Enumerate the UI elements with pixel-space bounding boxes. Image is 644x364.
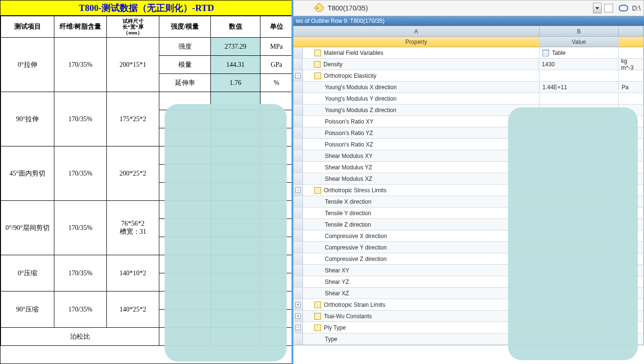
property-label: Poisson's Ratio XY — [303, 116, 540, 127]
property-icon — [314, 302, 321, 308]
property-value-cell[interactable] — [540, 70, 619, 81]
sheet-title: T800-测试数据（无正则化）-RTD — [0, 0, 292, 16]
property-value-cell[interactable]: 1.44E+11 — [540, 82, 619, 93]
col-header-value: Value — [540, 37, 619, 47]
property-label: Tsai-Wu Constants — [303, 311, 540, 322]
property-unit-cell: Pa — [619, 82, 644, 93]
row-gutter: − — [293, 185, 303, 196]
property-label: Shear Modulus XY — [303, 150, 540, 161]
property-label: Tensile Z direction — [303, 219, 540, 230]
col-letter-c — [619, 26, 644, 36]
expander-icon[interactable]: − — [295, 187, 301, 193]
hdr-size: 试样尺寸 长*宽*厚 （mm） — [107, 16, 159, 38]
hdr-unit: 单位 — [260, 16, 293, 38]
specimen-size: 200*15*1 — [107, 38, 159, 92]
property-value[interactable]: 144.31 — [211, 56, 260, 74]
property-label: Density — [302, 59, 539, 70]
row-gutter: − — [293, 70, 303, 81]
redaction-overlay-left — [165, 104, 287, 362]
property-label: Compressive Y direction — [303, 242, 540, 253]
row-gutter — [293, 253, 303, 264]
property-row[interactable]: Young's Modulus X direction1.44E+11Pa — [293, 82, 644, 93]
row-gutter — [293, 93, 303, 104]
property-label: Compressive X direction — [303, 230, 540, 241]
row-gutter — [293, 242, 303, 253]
property-label: Compressive Z direction — [303, 253, 540, 264]
col-letter-a: A — [293, 26, 540, 36]
property-value-cell[interactable] — [540, 93, 619, 104]
hdr-size-top: 试样尺寸 — [108, 18, 158, 24]
row-gutter — [293, 288, 303, 299]
test-name: 0°拉伸 — [1, 38, 54, 92]
col-header-property: Property — [293, 37, 540, 47]
row-gutter: + — [293, 299, 303, 310]
property-value-cell[interactable]: Table — [540, 47, 619, 58]
property-unit-cell — [619, 47, 644, 58]
property-label: Orthotropic Elasticity — [303, 70, 540, 81]
material-dropdown-button[interactable] — [593, 3, 602, 13]
property-label: Young's Modulus Y direction — [303, 93, 540, 104]
row-gutter — [293, 82, 303, 93]
property-label: Ply Type — [303, 322, 540, 333]
property-name: 延伸率 — [159, 74, 211, 92]
grid-column-headers: Property Value — [293, 37, 644, 47]
property-icon — [314, 324, 321, 331]
source-path: D:\ — [632, 4, 641, 12]
pane-splitter[interactable] — [291, 0, 293, 364]
test-name: 0°压缩 — [1, 255, 54, 291]
property-row[interactable]: −Orthotropic Elasticity — [293, 70, 644, 82]
property-unit-cell: kg m^-3 — [618, 59, 644, 70]
row-gutter — [293, 127, 303, 138]
property-value-cell[interactable]: 1430 — [539, 59, 618, 70]
property-icon — [314, 61, 321, 68]
link-icon — [619, 5, 628, 11]
property-unit: % — [260, 74, 293, 92]
properties-panel-title: ies of Outline Row 9: T800(170/35) — [293, 16, 644, 26]
property-label: Shear Modulus YZ — [303, 162, 540, 173]
row-gutter — [293, 150, 303, 161]
row-gutter: + — [293, 311, 303, 322]
property-label: Type — [303, 333, 540, 344]
property-label: Shear XY — [303, 265, 540, 276]
material-name[interactable]: T800(170/35) — [326, 3, 590, 13]
row-gutter — [293, 173, 303, 184]
property-unit-cell — [619, 93, 644, 104]
expander-icon[interactable]: − — [295, 73, 301, 78]
table-icon — [542, 50, 549, 56]
property-row[interactable]: Material Field VariablesTable — [293, 47, 644, 59]
property-row[interactable]: Young's Modulus Y direction — [293, 93, 644, 104]
property-icon — [314, 73, 321, 79]
hdr-size-mid: 长*宽*厚 — [108, 24, 158, 30]
property-unit-cell — [619, 70, 644, 81]
fiber-resin: 170/35% — [54, 291, 107, 328]
specimen-size: 200*25*2 — [107, 146, 159, 201]
property-label: Young's Modulus X direction — [303, 82, 540, 93]
property-label: Material Field Variables — [303, 47, 540, 58]
property-label: Young's Modulus Z direction — [303, 104, 540, 115]
hdr-value: 数值 — [211, 16, 260, 38]
property-value[interactable]: 1.76 — [211, 74, 260, 92]
test-name: 90°拉伸 — [1, 92, 54, 146]
col-header-unit — [619, 37, 644, 47]
fiber-resin: 170/35% — [54, 92, 107, 146]
property-name: 模量 — [159, 56, 211, 74]
property-unit: GPa — [260, 56, 293, 74]
grid-column-letters: A B — [293, 26, 644, 37]
expander-icon[interactable]: + — [295, 302, 301, 307]
material-toolbar: T800(170/35) D:\ — [293, 0, 644, 16]
expander-icon[interactable]: + — [295, 313, 301, 319]
property-value[interactable]: 2737.29 — [211, 38, 260, 56]
row-gutter — [293, 139, 303, 150]
property-name: 强度 — [159, 38, 211, 56]
row-gutter — [293, 276, 303, 287]
row-gutter — [293, 104, 303, 115]
hdr-prop: 强度/模量 — [159, 16, 211, 38]
specimen-size: 175*25*2 — [107, 92, 159, 146]
row-gutter — [293, 162, 303, 173]
property-label: Poisson's Ratio YZ — [303, 127, 540, 138]
row-gutter — [293, 116, 303, 127]
expander-icon[interactable]: − — [295, 325, 301, 330]
property-row[interactable]: Density1430kg m^-3 — [293, 59, 644, 70]
square-button[interactable] — [604, 4, 613, 12]
fiber-resin: 170/35% — [54, 201, 107, 255]
